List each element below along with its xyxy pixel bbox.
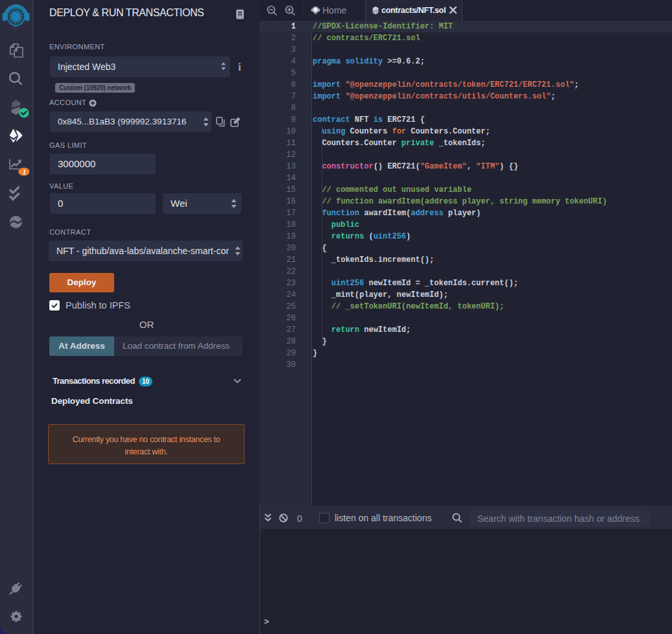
svg-text:1: 1	[23, 169, 26, 176]
